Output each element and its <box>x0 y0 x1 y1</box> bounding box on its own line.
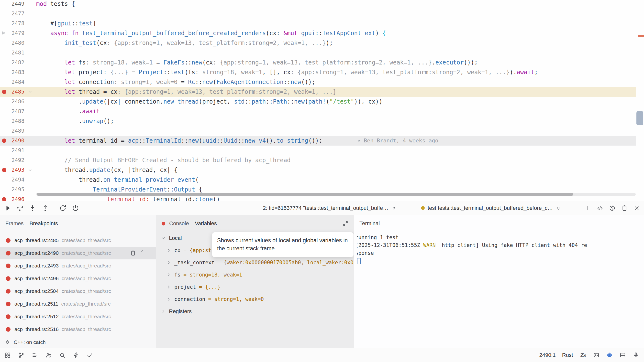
line-number[interactable]: 2481 <box>9 48 24 58</box>
run-test-icon[interactable] <box>1 30 6 35</box>
git-branch-button[interactable] <box>18 352 25 359</box>
goto-icon[interactable] <box>140 249 144 253</box>
chevron-right-icon[interactable] <box>166 248 172 253</box>
step-over-button[interactable] <box>15 203 24 213</box>
line-number[interactable]: 2449 <box>9 0 24 9</box>
continue-button[interactable] <box>2 203 12 213</box>
breakpoint-row[interactable]: acp_thread.rs:2490crates/acp_thread/src <box>0 247 156 259</box>
line-number[interactable]: 2489 <box>9 126 24 136</box>
gutter-marker[interactable] <box>0 175 9 185</box>
gutter-marker[interactable] <box>0 155 9 165</box>
breakpoint-dot[interactable] <box>6 302 10 306</box>
code-line-2491[interactable]: 2491 <box>0 146 636 155</box>
stop-button[interactable] <box>71 203 80 213</box>
code-line-2489[interactable]: 2489 <box>0 126 636 136</box>
restart-button[interactable] <box>58 203 68 213</box>
line-number[interactable]: 2477 <box>9 9 24 18</box>
line-number[interactable]: 2484 <box>9 77 24 87</box>
code-line-2483[interactable]: 2483 let project: {...} = Project::test(… <box>0 67 636 77</box>
gutter-marker[interactable] <box>0 0 9 9</box>
line-number[interactable]: 2494 <box>9 175 24 185</box>
gutter-marker[interactable] <box>0 146 9 155</box>
line-number[interactable]: 2486 <box>9 97 24 106</box>
chevron-right-icon[interactable] <box>166 260 172 265</box>
tab-variables[interactable]: Variables <box>195 220 217 227</box>
line-number[interactable]: 2478 <box>9 18 24 28</box>
gutter-marker[interactable] <box>0 116 9 126</box>
gutter-marker[interactable] <box>0 38 9 48</box>
quick-actions-button[interactable] <box>72 352 80 359</box>
chevron-right-icon[interactable] <box>166 297 172 302</box>
line-number[interactable]: 2492 <box>9 155 24 165</box>
chevron-right-icon[interactable] <box>166 272 172 278</box>
code-line-2449[interactable]: 2449mod tests { <box>0 0 636 9</box>
language-selector[interactable]: Rust <box>562 352 573 358</box>
step-out-button[interactable] <box>40 203 50 213</box>
line-number[interactable]: 2482 <box>9 58 24 67</box>
tab-breakpoints[interactable]: Breakpoints <box>30 220 58 227</box>
code-line-2488[interactable]: 2488 .unwrap(); <box>0 116 636 126</box>
code-line-2479[interactable]: 2479 async fn test_terminal_output_buffe… <box>0 28 636 38</box>
gutter-marker[interactable] <box>0 28 9 38</box>
code-line-2484[interactable]: 2484 let connection: strong=1, weak=0 = … <box>0 77 636 87</box>
breakpoint-dot[interactable] <box>2 138 6 143</box>
breakpoint-dot[interactable] <box>6 264 10 268</box>
bottom-dock-button[interactable] <box>619 352 626 359</box>
breakpoint-dot[interactable] <box>6 327 10 332</box>
code-line-2487[interactable]: 2487 .await <box>0 106 636 116</box>
line-number[interactable]: 2490 <box>9 136 24 146</box>
close-session-button[interactable] <box>633 204 640 212</box>
help-button[interactable] <box>608 204 616 212</box>
exception-breakpoint-toggle[interactable]: C++: on catch <box>4 339 46 345</box>
code-line-2477[interactable]: 2477 <box>0 9 636 18</box>
clipboard-icon[interactable] <box>130 250 136 256</box>
code-line-2493[interactable]: 2493 thread.update(cx, |thread, cx| { <box>0 165 636 175</box>
fold-column[interactable] <box>24 87 36 97</box>
line-number[interactable]: 2488 <box>9 116 24 126</box>
collab-button[interactable] <box>45 352 52 359</box>
image-button[interactable] <box>593 352 600 359</box>
chevron-down-icon[interactable] <box>161 236 166 241</box>
line-number[interactable]: 2485 <box>9 87 24 97</box>
breakpoint-dot[interactable] <box>6 251 10 256</box>
terminal-output[interactable]: running 1 test[2025-12-31T06:51:55Z WARN… <box>354 232 644 348</box>
code-line-2486[interactable]: 2486 .update(|cx| connection.new_thread(… <box>0 97 636 106</box>
breakpoint-dot[interactable] <box>2 90 6 94</box>
vertical-scrollbar[interactable] <box>636 111 643 125</box>
variable-row-connection[interactable]: connection= strong=1, weak=0 <box>156 293 354 305</box>
variables-group-registers[interactable]: Registers <box>156 305 354 318</box>
line-number[interactable]: 2495 <box>9 185 24 194</box>
gutter-marker[interactable] <box>0 106 9 116</box>
variable-row-_task_context[interactable]: _task_context= {waker:0x0000000170005ab0… <box>156 257 354 269</box>
line-number[interactable]: 2493 <box>9 165 24 175</box>
line-number[interactable]: 2480 <box>9 38 24 48</box>
gutter-marker[interactable] <box>0 67 9 77</box>
gutter-marker[interactable] <box>0 185 9 194</box>
gutter-marker[interactable] <box>0 87 9 97</box>
code-line-2480[interactable]: 2480 init_test(cx: {app:strong=1, weak=1… <box>0 38 636 48</box>
fold-column[interactable] <box>24 165 36 175</box>
breakpoint-row[interactable]: acp_thread.rs:2504crates/acp_thread/src <box>0 285 156 298</box>
dock-layout-button[interactable] <box>4 352 11 359</box>
search-button[interactable] <box>59 352 66 359</box>
gutter-marker[interactable] <box>0 9 9 18</box>
code-line-2482[interactable]: 2482 let fs: strong=18, weak=1 = FakeFs:… <box>0 58 636 67</box>
thread-selector[interactable]: 2: tid=61537774 "tests::test_terminal_ou… <box>263 201 396 215</box>
code-editor[interactable]: 2449mod tests {24772478 #[gpui::test]247… <box>0 0 644 201</box>
debugger-button[interactable] <box>606 352 613 359</box>
session-selector[interactable]: test tests::test_terminal_output_buffere… <box>421 201 561 215</box>
tab-console[interactable]: Console <box>169 220 189 227</box>
breakpoint-row[interactable]: acp_thread.rs:2496crates/acp_thread/src <box>0 272 156 285</box>
line-number[interactable]: 2487 <box>9 106 24 116</box>
horizontal-scrollbar[interactable] <box>37 193 573 196</box>
gutter-marker[interactable] <box>0 18 9 28</box>
code-line-2481[interactable]: 2481 <box>0 48 636 58</box>
code-line-2490[interactable]: 2490 let terminal_id = acp::TerminalId::… <box>0 136 636 146</box>
gutter-marker[interactable] <box>0 77 9 87</box>
breakpoint-dot[interactable] <box>6 276 10 281</box>
cursor-position[interactable]: 2490:1 <box>539 352 556 358</box>
new-session-button[interactable] <box>584 204 592 212</box>
gutter-marker[interactable] <box>0 48 9 58</box>
git-blame[interactable]: Ben Brandt, 4 weeks ago <box>356 136 438 146</box>
step-into-button[interactable] <box>28 203 37 213</box>
